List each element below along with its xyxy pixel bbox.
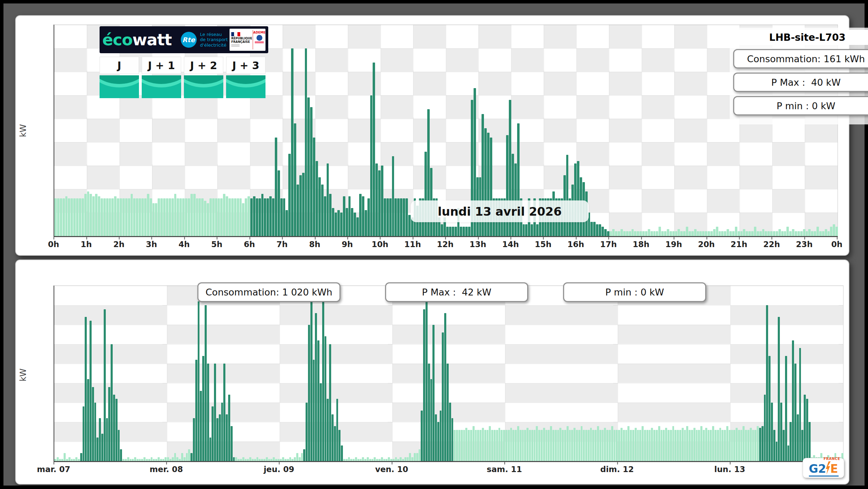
bar bbox=[111, 198, 114, 236]
x-tick-label: 8h bbox=[309, 240, 320, 249]
bar bbox=[564, 430, 566, 461]
bar bbox=[606, 430, 608, 461]
forecast-button-j-plus-1[interactable]: J + 1 bbox=[142, 57, 181, 98]
daily-pmin-badge: P min : 0 kW bbox=[733, 96, 868, 115]
bar bbox=[73, 198, 76, 236]
bar bbox=[394, 198, 397, 236]
bar bbox=[109, 198, 111, 236]
bar bbox=[141, 459, 143, 461]
bar bbox=[388, 457, 390, 461]
bar bbox=[385, 459, 388, 461]
bar bbox=[778, 229, 781, 236]
x-tick-label: 14h bbox=[502, 240, 519, 249]
bar bbox=[343, 196, 345, 236]
bar bbox=[136, 198, 138, 236]
bar bbox=[60, 198, 62, 236]
rte-tagline: Le réseau de transport d'électricité bbox=[200, 32, 228, 48]
bar bbox=[449, 227, 451, 236]
forecast-button-label: J + 3 bbox=[226, 57, 265, 74]
bar bbox=[773, 430, 775, 461]
bar bbox=[299, 457, 301, 461]
bar bbox=[337, 210, 340, 236]
bar bbox=[682, 428, 684, 461]
x-tick-label: 20h bbox=[698, 240, 715, 249]
x-tick-label: 12h bbox=[437, 240, 454, 249]
bar bbox=[674, 430, 676, 461]
bar bbox=[98, 196, 100, 236]
bar bbox=[275, 459, 277, 461]
bar bbox=[602, 430, 604, 461]
bar bbox=[215, 198, 217, 236]
x-tick-label: 2h bbox=[113, 240, 124, 249]
bar bbox=[393, 459, 395, 461]
bar bbox=[557, 430, 559, 461]
forecast-button-j-plus-3[interactable]: J + 3 bbox=[226, 57, 265, 98]
bar bbox=[335, 213, 337, 236]
bar bbox=[133, 198, 136, 236]
x-tick-label: 22h bbox=[763, 240, 780, 249]
bar bbox=[228, 395, 230, 461]
bar bbox=[166, 198, 168, 236]
x-tick-label: 13h bbox=[469, 240, 486, 249]
bar bbox=[465, 227, 468, 236]
x-tick-label: 15h bbox=[535, 240, 551, 249]
bar bbox=[174, 194, 177, 236]
bar bbox=[456, 430, 458, 461]
bar bbox=[618, 430, 620, 461]
bar bbox=[287, 459, 289, 461]
bar bbox=[494, 430, 496, 461]
bar bbox=[700, 426, 702, 461]
bar bbox=[577, 161, 579, 236]
bar bbox=[254, 459, 256, 461]
bar bbox=[428, 364, 430, 461]
bar bbox=[740, 430, 743, 461]
x-tick-label: 9h bbox=[342, 240, 353, 249]
x-tick-label: ven. 10 bbox=[375, 465, 408, 474]
bar bbox=[792, 340, 794, 461]
bar bbox=[264, 198, 266, 236]
bar bbox=[776, 231, 778, 236]
bar bbox=[253, 196, 255, 236]
bar bbox=[816, 227, 819, 236]
bar bbox=[475, 430, 477, 461]
bar bbox=[143, 457, 146, 461]
ecowatt-logo: écowatt bbox=[102, 32, 172, 48]
bar bbox=[270, 459, 272, 461]
bar bbox=[510, 428, 512, 461]
forecast-button-j[interactable]: J bbox=[100, 57, 139, 98]
bar bbox=[370, 95, 373, 236]
weekly-chart-panel: kW 051015202530354045 Consommation: 1 02… bbox=[15, 260, 849, 485]
bar bbox=[296, 453, 298, 461]
bar bbox=[668, 430, 670, 461]
bar bbox=[712, 426, 714, 461]
bar bbox=[267, 198, 269, 236]
bar bbox=[632, 229, 634, 236]
bar bbox=[221, 403, 223, 461]
bar bbox=[313, 360, 315, 461]
bar bbox=[186, 453, 188, 461]
bar bbox=[597, 426, 599, 461]
bar bbox=[252, 459, 254, 461]
bar bbox=[240, 459, 242, 461]
bar bbox=[122, 198, 125, 236]
forecast-button-j-plus-2[interactable]: J + 2 bbox=[184, 57, 223, 98]
bar bbox=[242, 457, 244, 461]
bar bbox=[364, 459, 366, 461]
g2e-logo: G2 E FRANCE bbox=[803, 458, 844, 478]
bar bbox=[209, 438, 212, 461]
bar bbox=[94, 403, 96, 461]
bar bbox=[778, 317, 780, 461]
bar bbox=[735, 227, 737, 236]
bar bbox=[752, 430, 754, 461]
bar bbox=[71, 459, 73, 461]
bar bbox=[508, 430, 510, 461]
bar bbox=[747, 430, 749, 461]
bar bbox=[114, 196, 116, 236]
bar bbox=[698, 430, 700, 461]
x-tick-label: 6h bbox=[244, 240, 255, 249]
bar bbox=[680, 231, 683, 236]
bar bbox=[604, 229, 607, 236]
bar bbox=[446, 227, 449, 236]
bar bbox=[395, 457, 397, 461]
x-tick-label: 4h bbox=[178, 240, 189, 249]
